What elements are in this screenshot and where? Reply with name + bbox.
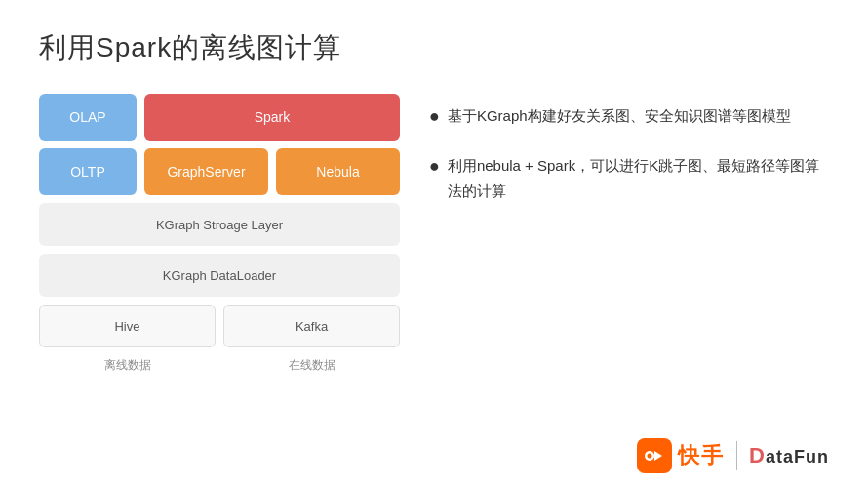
kuaishou-text: 快手 [678,441,725,470]
oltp-box: OLTP [39,148,137,195]
kuaishou-logo: 快手 [637,438,725,473]
content-area: OLAP Spark OLTP GraphServer Nebula [39,94,829,374]
bullet-text-2: 利用nebula + Spark，可以进行K跳子图、最短路径等图算法的计算 [448,153,829,205]
diagram-row-2: OLTP GraphServer Nebula [39,148,400,195]
label-row: 离线数据 在线数据 [39,355,400,374]
page-title: 利用Spark的离线图计算 [39,29,829,66]
footer: 快手 DataFun [637,438,829,473]
bullet-dot-2: ● [429,151,440,182]
olap-box: OLAP [39,94,137,141]
architecture-diagram: OLAP Spark OLTP GraphServer Nebula [39,94,400,374]
bullets-section: ● 基于KGraph构建好友关系图、安全知识图谱等图模型 ● 利用nebula … [429,94,829,225]
bullet-item-1: ● 基于KGraph构建好友关系图、安全知识图谱等图模型 [429,103,829,132]
diagram-row-5: Hive Kafka [39,305,400,347]
hive-box: Hive [39,305,216,347]
bullet-item-2: ● 利用nebula + Spark，可以进行K跳子图、最短路径等图算法的计算 [429,153,829,205]
svg-point-2 [648,454,652,459]
graphserver-box: GraphServer [144,148,268,195]
diagram-row-3: KGraph Stroage Layer [39,203,400,246]
spark-box: Spark [144,94,400,141]
datafun-logo: DataFun [749,443,829,469]
nebula-box: Nebula [276,148,400,195]
dataloader-box: KGraph DataLoader [39,254,400,297]
offline-label: 离线数据 [39,355,216,374]
bullet-text-1: 基于KGraph构建好友关系图、安全知识图谱等图模型 [448,103,791,129]
online-label: 在线数据 [223,355,400,374]
storage-layer-box: KGraph Stroage Layer [39,203,400,246]
slide-container: 利用Spark的离线图计算 OLAP Spark OLTP GraphServe… [0,0,868,489]
diagram-row-4: KGraph DataLoader [39,254,400,297]
bullet-dot-1: ● [429,102,440,132]
kafka-box: Kafka [223,305,400,347]
diagram-row-1: OLAP Spark [39,94,400,141]
kuaishou-icon [637,438,672,473]
logo-divider [736,441,737,470]
